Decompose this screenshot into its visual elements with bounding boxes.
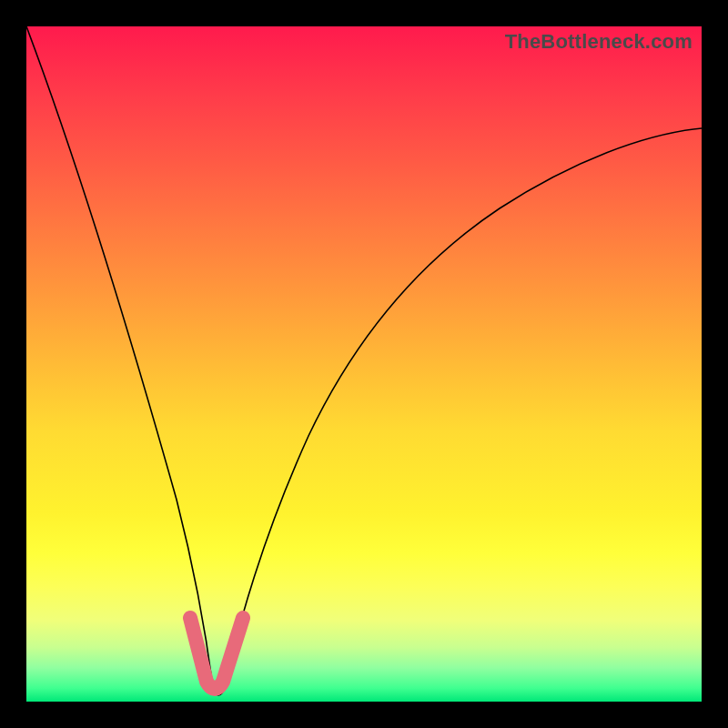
chart-plot-area: TheBottleneck.com xyxy=(26,26,702,702)
bottleneck-curve-path xyxy=(26,26,702,695)
watermark-text: TheBottleneck.com xyxy=(505,30,693,54)
bottleneck-curve-svg xyxy=(26,26,702,702)
bottleneck-highlight-marker xyxy=(190,618,243,689)
